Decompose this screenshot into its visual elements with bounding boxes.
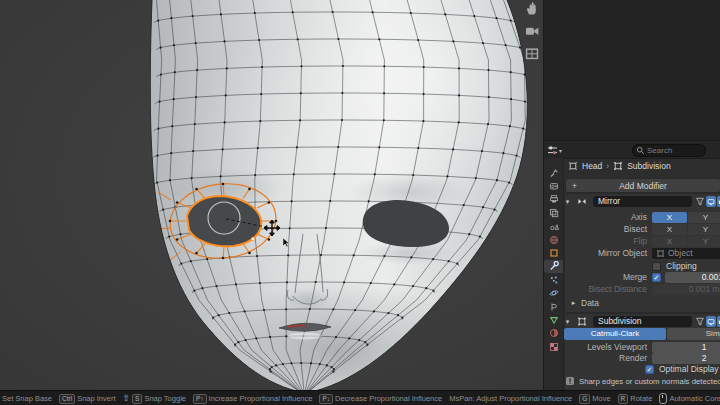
- merge-value-field[interactable]: 0.001 m: [665, 272, 720, 283]
- properties-editor: ▾ Search Head › Subdivision + Add Modifi…: [543, 140, 720, 391]
- levels-viewport-field[interactable]: 1: [652, 342, 720, 353]
- tab-object[interactable]: [544, 246, 563, 259]
- bisect-distance-field[interactable]: 0.001 m: [652, 284, 720, 295]
- material-icon: [549, 328, 559, 338]
- status-hint: RRotate: [618, 394, 653, 404]
- key-badge: G: [579, 394, 590, 404]
- clipping-row: Clipping: [563, 261, 720, 272]
- mirror-bisect-row: BisectXY: [563, 224, 720, 235]
- tab-data[interactable]: [544, 313, 563, 326]
- mirror-object-field[interactable]: Object: [652, 248, 720, 259]
- optimal-display-checkbox[interactable]: ✓: [645, 365, 654, 374]
- mirror-object-row: Mirror Object Object: [563, 248, 720, 259]
- breadcrumb-object[interactable]: Head: [582, 161, 602, 171]
- status-hint-label: Decrease Proportional Influence: [335, 394, 442, 403]
- tab-render[interactable]: [544, 179, 563, 192]
- status-hint-label: Move: [592, 394, 610, 403]
- lip-highlight: [288, 333, 322, 340]
- properties-editor-icon: [547, 145, 558, 156]
- tab-material[interactable]: [544, 327, 563, 340]
- warning-row: Sharp edges or custom normals detected, …: [565, 376, 720, 386]
- catmull-clark-button[interactable]: Catmull-Clark: [564, 328, 666, 340]
- data-subsection[interactable]: ▸Data: [563, 297, 720, 308]
- tool-icon: [549, 168, 559, 178]
- simple-button[interactable]: Simple: [667, 328, 720, 340]
- active-vertex: [251, 237, 255, 241]
- subdivision-modifier-header[interactable]: ▾ Subdivision: [563, 315, 720, 328]
- status-hint: P↓Decrease Proportional Influence: [319, 394, 442, 404]
- status-hint-label: Set Snap Base: [2, 394, 52, 403]
- editor-type-selector[interactable]: ▾: [547, 144, 569, 156]
- status-hint: Automatic Constraint: [659, 393, 720, 404]
- search-placeholder: Search: [647, 146, 672, 155]
- tab-view-layer[interactable]: [544, 206, 563, 219]
- screen-icon: [707, 198, 715, 206]
- tab-modifiers[interactable]: [544, 260, 563, 273]
- mirror-modifier-header[interactable]: ▾ Mirror: [563, 195, 720, 208]
- outliner-empty-area: [543, 0, 720, 140]
- merge-checkbox[interactable]: ✓: [652, 273, 661, 282]
- status-hint-label: MsPan: Adjust Proportional Influence: [449, 394, 572, 403]
- shift-key-icon: ⇧: [123, 394, 131, 403]
- breadcrumb[interactable]: Head › Subdivision: [563, 158, 671, 174]
- expand-caret-icon[interactable]: ▾: [563, 198, 572, 206]
- bisect-distance-row: Bisect Distance 0.001 m: [563, 284, 720, 295]
- show-viewport-toggle[interactable]: [706, 316, 716, 327]
- expand-caret-icon[interactable]: ▾: [563, 318, 572, 326]
- status-hint-label: Automatic Constraint: [669, 394, 720, 403]
- axis-y-button[interactable]: Y: [688, 212, 720, 223]
- tab-texture[interactable]: [544, 340, 563, 353]
- status-hint: ⇧SSnap Toggle: [123, 394, 186, 404]
- subdivision-name-field[interactable]: Subdivision: [593, 316, 692, 327]
- axis-label: Axis: [563, 212, 647, 223]
- tab-tool[interactable]: [544, 166, 563, 179]
- view-layer-icon: [549, 208, 559, 218]
- chevron-down-icon: ▾: [559, 147, 562, 154]
- bisect-y-button[interactable]: Y: [688, 224, 720, 235]
- status-hint: MsPan: Adjust Proportional Influence: [449, 394, 572, 403]
- render-icon: [549, 181, 559, 191]
- filter-icon[interactable]: [695, 316, 705, 327]
- bisect-x-button[interactable]: X: [652, 224, 687, 235]
- subdivision-type-row: Catmull-Clark Simple: [563, 328, 720, 340]
- flip-x-button[interactable]: X: [652, 236, 687, 247]
- tab-output[interactable]: [544, 193, 563, 206]
- tab-world[interactable]: [544, 233, 563, 246]
- add-modifier-label: Add Modifier: [619, 181, 667, 191]
- search-input[interactable]: Search: [632, 144, 706, 157]
- scene-icon: [549, 221, 559, 231]
- status-hint: P↑Increase Proportional Influence: [193, 394, 312, 404]
- clipping-checkbox[interactable]: [652, 262, 661, 271]
- tab-physics[interactable]: [544, 287, 563, 300]
- render-level-label: Render: [563, 353, 647, 364]
- mirror-name-field[interactable]: Mirror: [593, 196, 692, 207]
- object-icon: [549, 248, 559, 258]
- axis-x-button[interactable]: X: [652, 212, 687, 223]
- 3d-viewport[interactable]: [0, 0, 543, 390]
- search-icon: [636, 146, 645, 155]
- subdivision-modifier-icon: [577, 316, 587, 327]
- render-level-field[interactable]: 2: [652, 353, 720, 364]
- camera-view-icon[interactable]: [524, 23, 540, 39]
- levels-viewport-row: Levels Viewport 1: [563, 342, 720, 353]
- flip-y-button[interactable]: Y: [688, 236, 720, 247]
- tab-particles[interactable]: [544, 273, 563, 286]
- filter-icon[interactable]: [695, 196, 705, 207]
- plus-icon: +: [572, 181, 577, 191]
- warning-text: Sharp edges or custom normals detected, …: [579, 377, 720, 386]
- particles-icon: [549, 275, 559, 285]
- modifiers-icon: [549, 261, 559, 271]
- ortho-toggle-icon[interactable]: [524, 45, 540, 61]
- status-hint-label: Snap Toggle: [144, 394, 186, 403]
- merge-row: Merge ✓ 0.001 m: [563, 272, 720, 283]
- status-hint-label: Snap Invert: [77, 394, 115, 403]
- show-viewport-toggle[interactable]: [706, 196, 716, 207]
- key-badge: R: [618, 394, 629, 404]
- tab-scene[interactable]: [544, 220, 563, 233]
- warning-icon: [565, 376, 575, 386]
- tab-constraints[interactable]: [544, 300, 563, 313]
- pan-hand-icon[interactable]: [524, 0, 540, 16]
- add-modifier-button[interactable]: + Add Modifier: [565, 178, 720, 193]
- object-icon: [568, 161, 578, 171]
- breadcrumb-modifier[interactable]: Subdivision: [627, 161, 670, 171]
